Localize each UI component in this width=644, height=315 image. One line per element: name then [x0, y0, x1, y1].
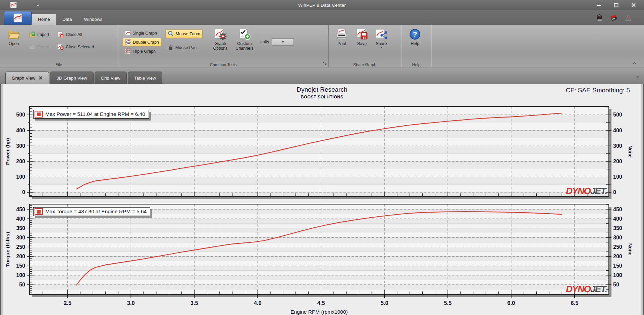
share-graph-group-label: Share Graph: [329, 62, 401, 67]
close-selected-icon: [57, 44, 64, 50]
close-button[interactable]: [629, 2, 638, 8]
open-button[interactable]: Open: [3, 27, 25, 46]
ribbon-group-common-tools: Single Graph Double Graph: [118, 25, 329, 68]
import-button[interactable]: Import: [27, 30, 51, 39]
share-dropdown-caret-icon: [380, 46, 383, 48]
svg-text:None: None: [628, 243, 633, 255]
tab-close-icon[interactable]: [39, 76, 43, 80]
svg-text:400: 400: [16, 128, 25, 133]
svg-text:300: 300: [16, 143, 25, 149]
svg-text:350: 350: [16, 225, 25, 231]
torque-legend-swatch: [35, 208, 43, 215]
triple-graph-label: Triple Graph: [132, 49, 156, 54]
file-group-label: File: [0, 62, 118, 67]
ribbon: Home Data Windows: [0, 10, 644, 68]
gauge-device-icon[interactable]: [596, 14, 603, 21]
single-graph-label: Single Graph: [132, 31, 157, 36]
tab-overflow-button[interactable]: [636, 74, 639, 80]
graph-options-button[interactable]: Graph Options: [209, 27, 231, 51]
minimize-button[interactable]: [594, 2, 603, 8]
tab-3d-graph-view-label: 3D Graph View: [56, 76, 87, 81]
close-selected-button[interactable]: Close Selected: [55, 43, 96, 51]
graph-view-panel: Dynojet Research BOOST SOLUTIONS CF: SAE…: [0, 84, 644, 315]
custom-channels-icon: [238, 28, 251, 40]
svg-text:300: 300: [16, 235, 25, 240]
app-menu-button[interactable]: [4, 11, 32, 25]
import-csv-icon: [29, 31, 36, 38]
common-tools-dialog-launcher[interactable]: [323, 61, 327, 67]
mouse-pan-button[interactable]: Mouse Pan: [165, 43, 203, 52]
mouse-zoom-button[interactable]: Mouse Zoom: [165, 30, 203, 38]
triple-graph-icon: [125, 48, 131, 54]
share-button[interactable]: Share: [372, 27, 391, 48]
svg-text:0: 0: [22, 189, 25, 195]
chart-title: Dynojet Research: [0, 86, 644, 93]
svg-text:250: 250: [16, 244, 25, 250]
tab-graph-view[interactable]: Graph View: [5, 72, 49, 84]
svg-text:4.5: 4.5: [317, 300, 325, 306]
ribbon-collapse-button[interactable]: [632, 60, 637, 66]
svg-text:6.0: 6.0: [507, 300, 515, 306]
close-selected-label: Close Selected: [66, 45, 94, 49]
tab-table-view-label: Table View: [134, 76, 156, 81]
tab-table-view[interactable]: Table View: [128, 72, 162, 84]
minimize-icon: [596, 3, 601, 7]
svg-text:400: 400: [613, 216, 622, 222]
tab-3d-graph-view[interactable]: 3D Graph View: [50, 72, 93, 84]
single-graph-button[interactable]: Single Graph: [123, 29, 161, 37]
svg-text:450: 450: [613, 207, 622, 212]
correction-factor-label: CF: SAE Smoothing: 5: [566, 87, 630, 94]
ribbon-tab-windows[interactable]: Windows: [78, 14, 109, 25]
torque-chart[interactable]: 5050100100150150200200250250300300350350…: [0, 202, 644, 315]
graph-options-label: Graph Options: [210, 41, 231, 51]
custom-channels-button[interactable]: Custom Channels: [233, 27, 256, 51]
svg-text:6.5: 6.5: [571, 300, 578, 306]
print-label: Print: [337, 41, 346, 46]
chevron-down-icon: [636, 76, 639, 79]
ribbon-group-share-graph: Print Save: [329, 25, 401, 68]
mouse-pan-label: Mouse Pan: [175, 45, 197, 50]
ribbon-tab-data[interactable]: Data: [56, 14, 78, 25]
mouse-zoom-label: Mouse Zoom: [176, 32, 200, 36]
double-graph-button[interactable]: Double Graph: [123, 38, 161, 46]
units-dropdown[interactable]: [272, 38, 294, 46]
svg-text:50: 50: [613, 282, 619, 287]
weather-station-icon[interactable]: [625, 14, 632, 21]
save-button[interactable]: Save: [352, 27, 372, 46]
help-button[interactable]: ? Help: [404, 27, 426, 46]
tab-grid-view[interactable]: Grid View: [95, 72, 127, 84]
chart-subtitle: BOOST SOLUTIONS: [0, 95, 644, 99]
svg-text:3.0: 3.0: [127, 300, 135, 306]
winpep-logo-icon: [13, 13, 23, 23]
svg-text:3.5: 3.5: [191, 300, 198, 306]
save-label: Save: [357, 41, 367, 46]
close-all-button[interactable]: Close All: [55, 30, 96, 39]
export-button[interactable]: Export: [27, 43, 51, 51]
save-icon: [356, 28, 368, 40]
share-label: Share: [376, 41, 387, 46]
svg-text:100: 100: [16, 174, 25, 180]
svg-text:None: None: [628, 145, 633, 158]
ribbon-group-file: Open Import: [0, 25, 118, 68]
triple-graph-button[interactable]: Triple Graph: [123, 47, 161, 55]
svg-text:DYNOJET.: DYNOJET.: [566, 186, 607, 196]
winpep-window: WinPEP 8 Data Center: [0, 0, 644, 315]
svg-text:2.5: 2.5: [64, 300, 71, 306]
svg-text:200: 200: [613, 159, 622, 164]
svg-text:200: 200: [613, 254, 622, 259]
svg-text:Torque (ft-lbs): Torque (ft-lbs): [5, 232, 10, 267]
module-device-icon[interactable]: [610, 14, 618, 21]
custom-channels-label: Custom Channels: [234, 41, 255, 51]
maximize-icon: [614, 3, 619, 7]
svg-text:200: 200: [16, 254, 25, 259]
print-button[interactable]: Print: [331, 27, 352, 46]
export-label: Export: [37, 45, 49, 49]
torque-legend-text: Max Torque = 437.30 at Engine RPM = 5.64: [45, 209, 147, 215]
power-chart[interactable]: 00100100200200300300400400500500Power (h…: [0, 104, 644, 202]
svg-text:100: 100: [613, 272, 622, 278]
ribbon-tab-home[interactable]: Home: [32, 14, 56, 25]
svg-text:5.0: 5.0: [381, 300, 388, 306]
svg-text:100: 100: [16, 272, 25, 278]
maximize-button[interactable]: [612, 2, 621, 8]
chevron-up-icon: [632, 61, 637, 65]
